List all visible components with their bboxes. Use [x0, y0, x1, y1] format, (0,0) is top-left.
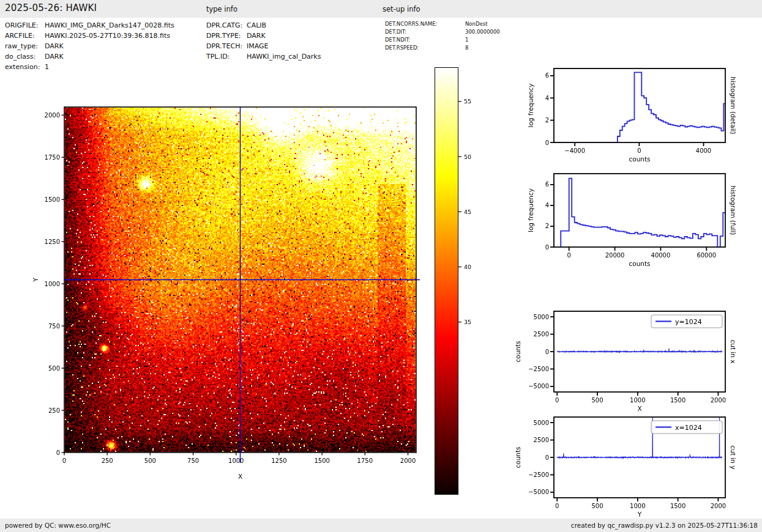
x-tick-label: 500 — [592, 503, 603, 509]
colorbar-ticks: 5550454035 — [458, 98, 472, 325]
x-tick-label: 1000 — [630, 503, 645, 509]
y-tick-label: 750 — [48, 323, 60, 330]
side-label: cut in x — [730, 339, 737, 363]
info-label: DPR.CATG: — [206, 21, 242, 29]
x-tick-label: 1500 — [314, 457, 329, 464]
y-tick-label: 5000 — [534, 314, 549, 320]
info-value: CALIB — [247, 21, 266, 29]
colorbar — [435, 67, 458, 495]
footer-bar: powered by QC: www.eso.org/HC created by… — [0, 519, 762, 532]
x-tick-label: 0 — [567, 252, 571, 259]
x-tick-label: 1000 — [228, 457, 244, 464]
y-tick-label: 6 — [545, 181, 549, 188]
cut_x-chart: 0500100015002000500025000−2500−5000Xcoun… — [514, 311, 737, 412]
x-tick-label: 4000 — [696, 147, 711, 154]
legend-label: y=1024 — [675, 318, 702, 326]
y-tick-label: 2500 — [534, 331, 549, 338]
info-value: DARK — [45, 53, 64, 61]
page-title: 2025-05-26: HAWKI — [5, 2, 97, 13]
info-value: HAWKI_IMG_DARK_Darks147_0028.fits — [45, 21, 174, 29]
side-label: histogram (full) — [730, 186, 737, 235]
footer-powered-by: powered by QC: www.eso.org/HC — [5, 519, 111, 532]
x-tick-label: 0 — [555, 503, 559, 509]
x-axis-label: X — [238, 473, 242, 480]
info-value: HAWKI.2025-05-27T10:39:36.818.fits — [45, 32, 170, 40]
dark-frame-heatmap — [65, 108, 416, 452]
hist_detail-chart: −4000040000246countslog frequencyhistogr… — [527, 68, 737, 163]
info-label: extension: — [5, 63, 40, 71]
y-tick-label: 2000 — [45, 112, 60, 119]
side-label: cut in y — [730, 445, 737, 469]
colorbar-tick-label: 35 — [464, 319, 471, 325]
x-tick-label: 1250 — [271, 457, 286, 464]
x-tick-label: 60000 — [697, 252, 716, 259]
x-tick-label: 20000 — [605, 252, 625, 259]
chart-frame — [554, 174, 725, 247]
info-label: DPR.TYPE: — [206, 32, 241, 40]
y-tick-label: 4 — [545, 202, 549, 209]
legend-label: x=1024 — [675, 424, 702, 432]
side-label: histogram (detail) — [730, 76, 737, 134]
y-tick-label: −5000 — [528, 383, 549, 390]
y-tick-label: 4 — [545, 95, 549, 102]
x-tick-label: 2000 — [711, 503, 726, 509]
info-label: DPR.TECH: — [206, 42, 242, 50]
footer-created-by: created by qc_rawdisp.py v1.2.3 on 2025-… — [571, 519, 758, 532]
y-tick-label: −2500 — [528, 366, 549, 372]
y-axis-label: Y — [32, 278, 39, 283]
info-label: raw_type: — [5, 42, 38, 50]
x-tick-label: 1750 — [357, 457, 373, 464]
info-value: NonDest — [465, 21, 487, 27]
info-label: do_class: — [5, 53, 35, 61]
colorbar-tick-label: 45 — [464, 209, 471, 215]
type-info-heading: type info — [206, 5, 237, 13]
y-axis-label: log frequency — [527, 188, 534, 232]
x-tick-label: 250 — [102, 457, 113, 464]
info-label: DET.DIT: — [385, 29, 406, 35]
y-tick-label: 2500 — [534, 437, 549, 443]
setup-info-heading: set-up info — [383, 5, 420, 13]
info-label: DET.NDIT: — [385, 37, 410, 43]
info-label: ARCFILE: — [5, 32, 35, 40]
chart-frame — [554, 417, 725, 498]
cut-line — [557, 417, 722, 458]
y-tick-label: 1000 — [45, 281, 60, 287]
info-value: IMAGE — [247, 42, 269, 50]
y-tick-label: 500 — [48, 365, 60, 372]
x-axis-label: X — [637, 405, 641, 412]
y-tick-label: 5000 — [534, 419, 549, 426]
x-tick-label: 0 — [637, 147, 641, 154]
legend-box — [651, 421, 722, 434]
hist_full-chart: 02000040000600000246countslog frequencyh… — [527, 174, 737, 267]
info-label: ORIGFILE: — [5, 21, 38, 29]
y-tick-label: 2 — [545, 117, 549, 124]
x-tick-label: 750 — [187, 457, 199, 464]
legend-box — [651, 315, 722, 328]
y-axis-label: counts — [514, 341, 521, 362]
x-tick-label: 2000 — [400, 457, 416, 464]
x-tick-label: 0 — [555, 397, 559, 404]
info-value: HAWKI_img_cal_Darks — [247, 53, 321, 61]
x-tick-label: 500 — [144, 457, 156, 464]
histogram-line — [555, 72, 726, 142]
y-tick-label: 0 — [56, 449, 60, 456]
y-tick-label: 1750 — [45, 154, 60, 161]
info-value: 8 — [465, 45, 468, 51]
x-axis-label: counts — [629, 155, 650, 163]
info-label: TPL.ID: — [206, 53, 230, 61]
colorbar-tick-label: 50 — [464, 153, 471, 160]
y-tick-label: 1500 — [45, 196, 60, 203]
x-tick-label: 500 — [592, 397, 603, 404]
y-tick-label: 0 — [545, 454, 549, 461]
info-value: DARK — [45, 42, 64, 50]
x-tick-label: 0 — [62, 457, 66, 464]
y-tick-label: −5000 — [528, 489, 549, 495]
info-label: DET.RSPEED: — [385, 45, 419, 51]
x-axis-label: Y — [637, 511, 642, 518]
x-tick-label: 1500 — [670, 397, 685, 404]
x-tick-label: 2000 — [711, 397, 726, 404]
colorbar-tick-label: 55 — [464, 98, 471, 105]
y-tick-label: 0 — [545, 244, 549, 251]
chart-frame — [554, 311, 725, 392]
x-axis-label: counts — [629, 260, 650, 267]
